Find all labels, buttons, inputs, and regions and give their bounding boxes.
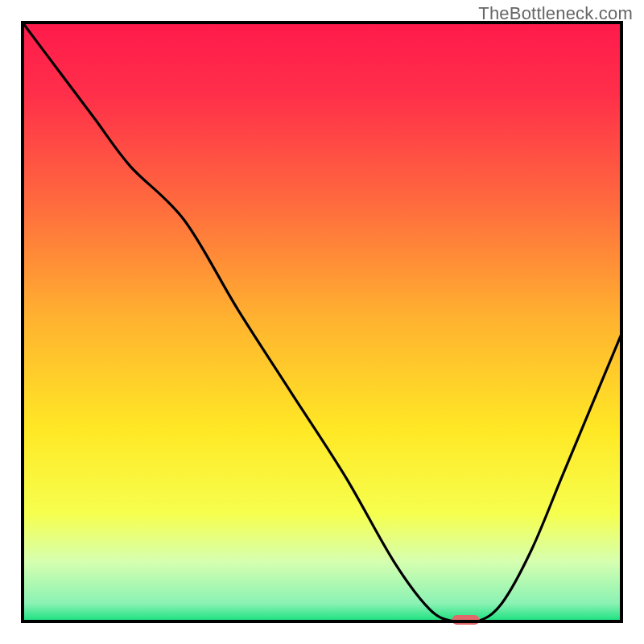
chart-container: TheBottleneck.com xyxy=(0,0,644,644)
plot-background xyxy=(23,23,621,621)
watermark-text: TheBottleneck.com xyxy=(478,3,633,24)
bottleneck-chart xyxy=(0,0,644,644)
